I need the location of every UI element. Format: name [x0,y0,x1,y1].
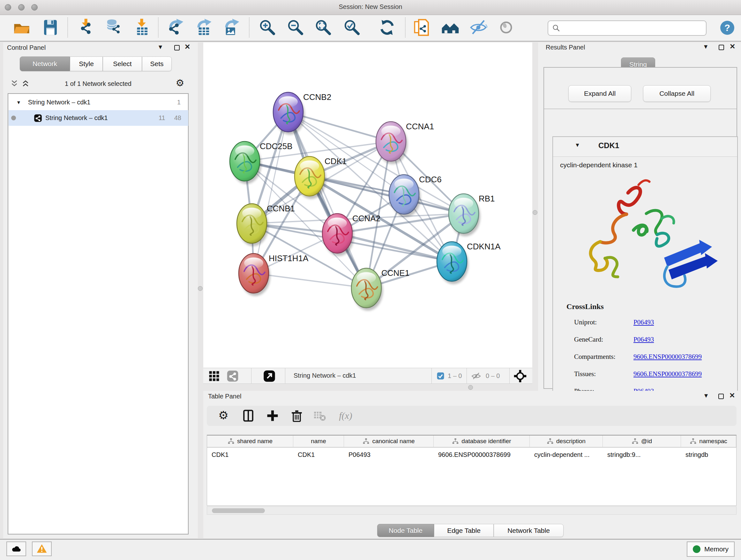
tab-select[interactable]: Select [103,57,142,71]
tab-edge-table[interactable]: Edge Table [434,524,494,537]
scrollbar-thumb[interactable] [212,508,265,513]
footer-separator [509,368,510,383]
left-splitter-handle[interactable] [198,286,203,291]
node-CCNA2[interactable] [322,213,354,256]
delete-table-icon[interactable] [313,409,327,423]
delete-column-icon[interactable] [290,409,304,423]
grid-view-icon[interactable] [208,370,220,382]
node-HIST1H1A[interactable] [239,253,270,296]
node-RB1[interactable] [449,194,480,236]
edge-HIST1H1A-CCNE1[interactable] [254,273,366,288]
string-home-icon[interactable] [441,18,460,37]
help-button[interactable]: ? [719,19,736,36]
network-canvas[interactable]: CCNB2 CCNA1 CDC25B CDK1 CDC6 RB1 CCNB1 C… [203,43,532,368]
tab-sets[interactable]: Sets [142,57,172,71]
memory-button[interactable]: Memory [687,542,735,557]
panel-menu-caret-icon[interactable]: ▾ [158,44,162,50]
crosslink-row: Uniprot:P06493 [553,318,737,328]
collapse-all-button[interactable]: Collapse All [643,85,711,102]
tab-node-table[interactable]: Node Table [377,524,434,537]
node-CDC6[interactable] [389,175,421,217]
table-cell[interactable]: 9606.ENSP00000378699 [434,448,530,461]
column-header-database-identifier[interactable]: database identifier [434,435,530,448]
table-cell[interactable]: cyclin-dependent ... [530,448,603,461]
node-CCNB1[interactable] [237,204,268,246]
zoom-in-icon[interactable] [258,18,277,37]
table-cell[interactable]: stringdb [681,448,736,461]
crosshair-icon[interactable] [513,369,527,383]
footer-separator [467,368,467,383]
open-session-icon[interactable] [12,18,31,37]
show-panels-icon[interactable] [497,18,515,37]
export-table-file-icon[interactable] [194,18,212,37]
gene-section-header[interactable]: ▼ CDK1 [553,137,737,157]
column-header-shared-name[interactable]: shared name [207,435,293,448]
crosslink-label: GeneCard: [574,335,603,344]
main-toolbar: ? [0,15,741,42]
collapse-triangle-icon[interactable]: ▼ [16,100,21,105]
column-header-description[interactable]: description [530,435,603,448]
crosslink-genecard-link[interactable]: P06493 [633,335,654,344]
panel-close-icon[interactable]: ✕ [185,44,190,50]
function-builder-icon[interactable]: f(x) [334,409,357,423]
gene-description: cyclin-dependent kinase 1 [560,161,637,169]
panel-close-icon[interactable]: ✕ [730,44,735,50]
cloud-button[interactable] [6,542,26,556]
expand-all-button[interactable]: Expand All [568,85,631,102]
network-row-selected[interactable]: String Network – cdk1 11 48 [9,110,188,126]
panel-float-icon[interactable] [718,394,724,399]
table-cell[interactable]: P06493 [344,448,434,461]
refresh-view-icon[interactable] [378,18,396,37]
save-session-icon[interactable] [41,18,60,37]
share-document-icon[interactable] [413,18,431,37]
column-header-id[interactable]: @id [603,435,681,448]
section-collapse-triangle-icon[interactable]: ▼ [575,142,580,148]
crosslink-uniprot-link[interactable]: P06493 [633,318,654,326]
warning-button[interactable] [32,542,52,556]
tab-network[interactable]: Network [20,57,70,71]
hide-panels-icon[interactable] [469,18,488,37]
add-column-icon[interactable] [266,409,280,423]
node-CDKN1A[interactable] [437,242,468,284]
zoom-selected-icon[interactable] [343,18,361,37]
open-in-window-icon[interactable] [263,369,276,383]
bottom-splitter-handle[interactable] [468,385,473,390]
column-header-canonical-name[interactable]: canonical name [344,435,434,448]
network-collection-row[interactable]: ▼ String Network – cdk1 1 [9,95,188,110]
zoom-fit-icon[interactable] [314,18,333,37]
edge-CCNB2-HIST1H1A[interactable] [254,112,288,273]
share-view-icon[interactable] [226,370,239,382]
node-CCNE1[interactable] [351,268,383,311]
column-header-namespac[interactable]: namespac [681,435,736,448]
table-horizontal-scrollbar[interactable] [207,506,737,515]
crosslink-tissues-link[interactable]: 9606.ENSP00000378699 [633,370,702,378]
panel-float-icon[interactable] [174,45,180,51]
panel-menu-caret-icon[interactable]: ▾ [704,392,708,399]
panel-close-icon[interactable]: ✕ [729,392,735,399]
gear-icon[interactable]: ⚙ [216,409,230,423]
zoom-out-icon[interactable] [286,18,305,37]
panel-float-icon[interactable] [719,45,724,50]
export-image-icon[interactable] [222,18,240,37]
column-label: @id [641,438,652,445]
node-CCNB2[interactable] [273,92,305,135]
tab-style[interactable]: Style [70,57,103,71]
panel-menu-caret-icon[interactable]: ▾ [704,44,708,50]
column-header-name[interactable]: name [293,435,344,448]
right-splitter-handle[interactable] [533,210,537,215]
table-cell[interactable]: CDK1 [207,448,293,461]
import-network-database-icon[interactable] [104,18,122,37]
tab-network-table[interactable]: Network Table [494,524,563,537]
table-cell[interactable]: CDK1 [293,448,344,461]
columns-icon[interactable] [241,409,255,423]
import-table-file-icon[interactable] [132,18,151,37]
import-network-file-icon[interactable] [77,18,96,37]
crosslink-compartments-link[interactable]: 9606.ENSP00000378699 [633,353,702,361]
gear-icon[interactable]: ⚙ [174,77,186,90]
network-view-title: String Network – cdk1 [293,372,356,379]
table-cell[interactable]: stringdb:9... [603,448,681,461]
export-network-file-icon[interactable] [166,18,185,37]
selected-checkbox-icon[interactable] [436,372,445,380]
search-input[interactable] [563,21,706,35]
hidden-eye-slash-icon[interactable] [471,371,481,381]
